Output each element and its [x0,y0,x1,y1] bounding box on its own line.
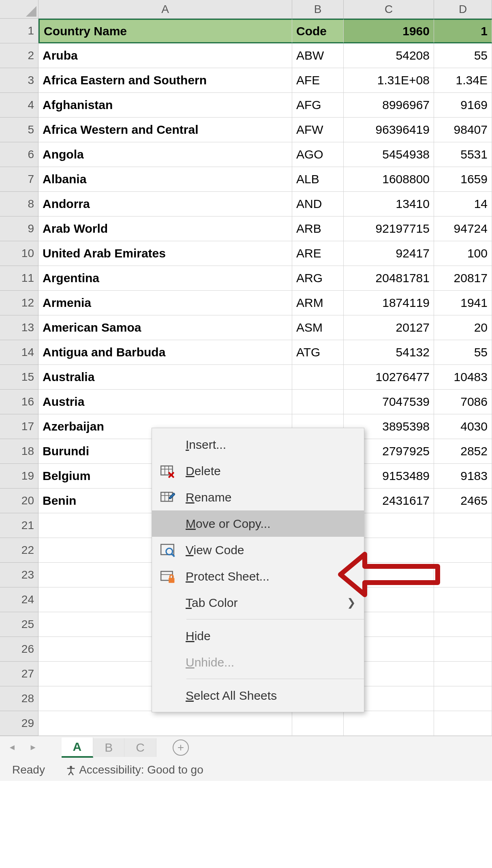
cell-A8[interactable]: Andorra [39,192,292,216]
cell-D12[interactable]: 1941 [434,291,492,315]
cell-B1[interactable]: Code [292,19,344,43]
cell-B11[interactable]: ARG [292,266,344,291]
cell-B8[interactable]: AND [292,192,344,216]
cell-C10[interactable]: 92417 [344,241,434,266]
menu-protect-sheet[interactable]: Protect Sheet... [152,563,364,589]
cell-B12[interactable]: ARM [292,291,344,315]
cell-B5[interactable]: AFW [292,118,344,142]
cell-C6[interactable]: 5454938 [344,142,434,167]
cell-A13[interactable]: American Samoa [39,315,292,340]
cell-D28[interactable] [434,686,492,711]
row-header[interactable]: 13 [0,315,39,340]
row-header[interactable]: 4 [0,93,39,118]
cell-D7[interactable]: 1659 [434,167,492,192]
cell-C29[interactable] [344,711,434,736]
cell-D29[interactable] [434,711,492,736]
cell-D10[interactable]: 100 [434,241,492,266]
sheet-tab-A[interactable]: A [62,737,94,758]
cell-D24[interactable] [434,587,492,612]
cell-D19[interactable]: 9183 [434,464,492,489]
row-header[interactable]: 28 [0,686,39,711]
cell-B7[interactable]: ALB [292,167,344,192]
row-header[interactable]: 26 [0,637,39,662]
menu-tab-color[interactable]: Tab Color ❯ [152,589,364,616]
cell-D17[interactable]: 4030 [434,414,492,439]
cell-D22[interactable] [434,538,492,563]
cell-D3[interactable]: 1.34E [434,68,492,93]
cell-A15[interactable]: Australia [39,365,292,390]
menu-select-all-sheets[interactable]: Select All Sheets [152,682,364,709]
chevron-left-icon[interactable]: ◄ [8,743,16,752]
cell-D15[interactable]: 10483 [434,365,492,390]
cell-A12[interactable]: Armenia [39,291,292,315]
cell-C2[interactable]: 54208 [344,43,434,68]
cell-A5[interactable]: Africa Western and Central [39,118,292,142]
cell-D2[interactable]: 55 [434,43,492,68]
row-header[interactable]: 9 [0,216,39,241]
cell-C8[interactable]: 13410 [344,192,434,216]
chevron-right-icon[interactable]: ► [29,743,37,752]
cell-C12[interactable]: 1874119 [344,291,434,315]
row-header[interactable]: 2 [0,43,39,68]
row-header[interactable]: 11 [0,266,39,291]
row-header[interactable]: 3 [0,68,39,93]
cell-A14[interactable]: Antigua and Barbuda [39,340,292,365]
row-header[interactable]: 27 [0,662,39,686]
cell-C11[interactable]: 20481781 [344,266,434,291]
cell-C9[interactable]: 92197715 [344,216,434,241]
row-header[interactable]: 16 [0,390,39,414]
menu-view-code[interactable]: View Code [152,537,364,563]
cell-B9[interactable]: ARB [292,216,344,241]
cell-D8[interactable]: 14 [434,192,492,216]
cell-A4[interactable]: Afghanistan [39,93,292,118]
cell-A3[interactable]: Africa Eastern and Southern [39,68,292,93]
cell-C1[interactable]: 1960 [344,19,434,43]
cell-D4[interactable]: 9169 [434,93,492,118]
row-header[interactable]: 1 [0,19,39,43]
cell-B14[interactable]: ATG [292,340,344,365]
cell-D26[interactable] [434,637,492,662]
cell-A9[interactable]: Arab World [39,216,292,241]
row-header[interactable]: 20 [0,489,39,513]
menu-move-or-copy[interactable]: Move or Copy... [152,510,364,537]
cell-A10[interactable]: United Arab Emirates [39,241,292,266]
cell-D6[interactable]: 5531 [434,142,492,167]
select-all-corner[interactable] [0,0,39,19]
cell-D21[interactable] [434,513,492,538]
row-header[interactable]: 29 [0,711,39,736]
cell-A16[interactable]: Austria [39,390,292,414]
column-header-B[interactable]: B [292,0,344,19]
cell-B4[interactable]: AFG [292,93,344,118]
row-header[interactable]: 19 [0,464,39,489]
row-header[interactable]: 7 [0,167,39,192]
cell-D23[interactable] [434,563,492,587]
row-header[interactable]: 23 [0,563,39,587]
row-header[interactable]: 8 [0,192,39,216]
cell-D27[interactable] [434,662,492,686]
row-header[interactable]: 12 [0,291,39,315]
row-header[interactable]: 14 [0,340,39,365]
menu-insert[interactable]: Insert... [152,431,364,458]
cell-C13[interactable]: 20127 [344,315,434,340]
cell-C4[interactable]: 8996967 [344,93,434,118]
cell-C15[interactable]: 10276477 [344,365,434,390]
menu-delete[interactable]: Delete [152,458,364,484]
cell-D20[interactable]: 2465 [434,489,492,513]
cell-A2[interactable]: Aruba [39,43,292,68]
cell-C14[interactable]: 54132 [344,340,434,365]
row-header[interactable]: 24 [0,587,39,612]
cell-B29[interactable] [292,711,344,736]
row-header[interactable]: 22 [0,538,39,563]
cell-B16[interactable] [292,390,344,414]
cell-D18[interactable]: 2852 [434,439,492,464]
cell-B2[interactable]: ABW [292,43,344,68]
row-header[interactable]: 25 [0,612,39,637]
cell-B13[interactable]: ASM [292,315,344,340]
cell-D9[interactable]: 94724 [434,216,492,241]
cell-A11[interactable]: Argentina [39,266,292,291]
cell-A6[interactable]: Angola [39,142,292,167]
cell-A1[interactable]: Country Name [39,19,292,43]
column-header-C[interactable]: C [344,0,434,19]
tab-nav-arrows[interactable]: ◄ ► [8,743,37,752]
cell-D13[interactable]: 20 [434,315,492,340]
